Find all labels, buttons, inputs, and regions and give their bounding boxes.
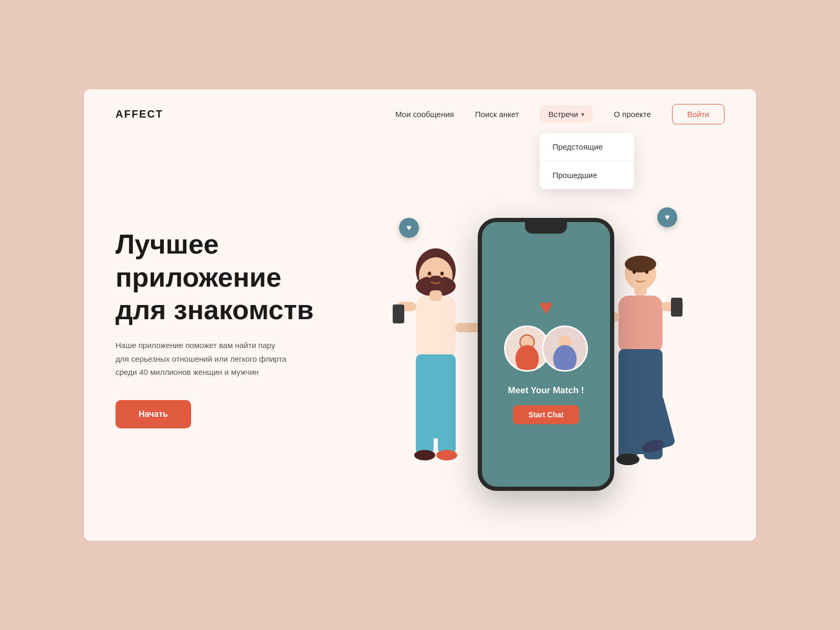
phone-heart-icon: ♥ bbox=[540, 296, 553, 318]
svg-rect-5 bbox=[393, 304, 404, 323]
svg-point-37 bbox=[633, 270, 636, 274]
svg-point-38 bbox=[645, 270, 648, 274]
dropdown-past[interactable]: Прошедшие bbox=[540, 161, 634, 189]
svg-point-35 bbox=[616, 454, 639, 465]
phone-mockup: ♥ bbox=[478, 218, 614, 491]
profile-circles bbox=[504, 326, 588, 372]
start-chat-button[interactable]: Start Chat bbox=[513, 405, 580, 424]
login-button[interactable]: Войти bbox=[672, 104, 724, 124]
nav-search[interactable]: Поиск анкет bbox=[475, 110, 519, 119]
svg-rect-30 bbox=[671, 298, 682, 317]
meetings-dropdown-menu: Предстоящие Прошедшие bbox=[540, 133, 634, 189]
heart-badge-left: ♥ bbox=[399, 218, 419, 238]
svg-point-16 bbox=[440, 272, 444, 276]
chevron-down-icon: ▾ bbox=[581, 111, 584, 118]
svg-rect-27 bbox=[618, 296, 663, 353]
nav-about[interactable]: О проекте bbox=[614, 110, 651, 119]
heart-badge-right: ♥ bbox=[657, 207, 677, 227]
logo: AFFECT bbox=[116, 108, 163, 120]
nav-meetings-label: Встречи bbox=[548, 110, 578, 119]
profile-circle-male bbox=[542, 326, 588, 372]
hero-section: Лучшее приложениедля знакомств Наше прил… bbox=[84, 139, 756, 496]
hero-illustration: ♥ ♥ bbox=[368, 155, 724, 491]
heart-icon-left: ♥ bbox=[406, 223, 412, 233]
svg-rect-8 bbox=[416, 386, 434, 454]
svg-point-15 bbox=[428, 272, 431, 276]
svg-rect-26 bbox=[634, 286, 647, 296]
start-button[interactable]: Начать bbox=[116, 400, 191, 428]
phone-notch bbox=[525, 222, 567, 234]
woman-svg bbox=[383, 228, 488, 491]
svg-rect-3 bbox=[416, 296, 456, 359]
dropdown-upcoming[interactable]: Предстоящие bbox=[540, 133, 634, 161]
male-avatar-svg bbox=[543, 326, 586, 370]
heart-icon-right: ♥ bbox=[665, 213, 670, 222]
hero-description: Наше приложение поможет вам найти пару д… bbox=[116, 339, 294, 379]
svg-point-11 bbox=[436, 450, 457, 460]
svg-rect-9 bbox=[438, 386, 456, 454]
phone-screen: ♥ bbox=[482, 234, 610, 487]
hero-title: Лучшее приложениедля знакомств bbox=[116, 228, 368, 326]
hero-text-block: Лучшее приложениедля знакомств Наше прил… bbox=[116, 217, 368, 428]
navbar: AFFECT Мои сообщения Поиск анкет Встречи… bbox=[84, 89, 756, 139]
svg-point-10 bbox=[414, 450, 435, 460]
nav-messages[interactable]: Мои сообщения bbox=[395, 110, 454, 119]
nav-links: Мои сообщения Поиск анкет Встречи ▾ Пред… bbox=[395, 106, 651, 123]
page-card: AFFECT Мои сообщения Поиск анкет Встречи… bbox=[84, 89, 756, 541]
svg-point-25 bbox=[625, 256, 656, 272]
phone-match-text: Meet Your Match ! bbox=[508, 385, 584, 396]
nav-meetings-dropdown[interactable]: Встречи ▾ Предстоящие Прошедшие bbox=[540, 106, 593, 123]
svg-rect-32 bbox=[618, 381, 637, 459]
figure-woman bbox=[383, 228, 488, 491]
svg-rect-12 bbox=[429, 290, 442, 301]
